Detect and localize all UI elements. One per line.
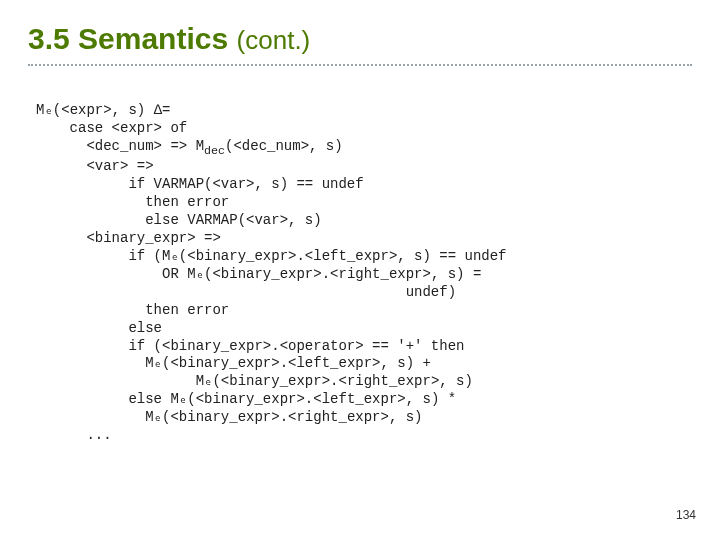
code-line: Mₑ(<expr>, s) ∆= (36, 102, 170, 118)
code-line: <var> => (36, 158, 154, 174)
code-line: then error (36, 194, 229, 210)
code-line: if (Mₑ(<binary_expr>.<left_expr>, s) == … (36, 248, 507, 264)
title-main: 3.5 Semantics (28, 22, 228, 55)
subscript-dec: dec (204, 144, 225, 158)
semantics-code: Mₑ(<expr>, s) ∆= case <expr> of <dec_num… (28, 84, 692, 445)
title-sub: (cont.) (237, 25, 311, 55)
page-number: 134 (676, 508, 696, 522)
code-line: else (36, 320, 162, 336)
code-line: then error (36, 302, 229, 318)
slide: 3.5 Semantics (cont.) Mₑ(<expr>, s) ∆= c… (0, 0, 720, 540)
title-underline (28, 64, 692, 66)
code-line: undef) (36, 284, 456, 300)
code-line: Mₑ(<binary_expr>.<right_expr>, s) (36, 373, 473, 389)
code-line-cont: (<dec_num>, s) (225, 138, 343, 154)
code-line: Mₑ(<binary_expr>.<right_expr>, s) (36, 409, 423, 425)
code-line: ... (36, 427, 112, 443)
code-line: OR Mₑ(<binary_expr>.<right_expr>, s) = (36, 266, 481, 282)
code-line: else VARMAP(<var>, s) (36, 212, 322, 228)
code-line: <binary_expr> => (36, 230, 221, 246)
code-line: if (<binary_expr>.<operator> == '+' then (36, 338, 464, 354)
code-line: <dec_num> => M (36, 138, 204, 154)
code-line: else Mₑ(<binary_expr>.<left_expr>, s) * (36, 391, 456, 407)
code-line: Mₑ(<binary_expr>.<left_expr>, s) + (36, 355, 431, 371)
code-line: case <expr> of (36, 120, 187, 136)
slide-title: 3.5 Semantics (cont.) (28, 22, 692, 56)
code-line: if VARMAP(<var>, s) == undef (36, 176, 364, 192)
